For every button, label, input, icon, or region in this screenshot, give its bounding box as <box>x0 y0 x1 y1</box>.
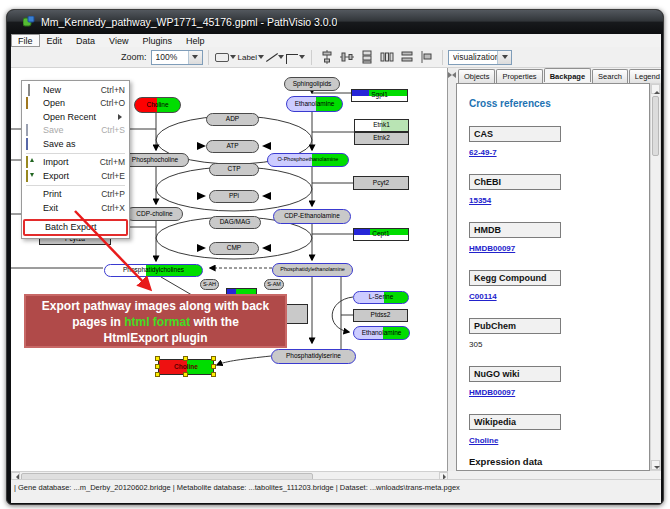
selection-handle[interactable] <box>211 364 216 369</box>
node-phosphocholine[interactable]: Phosphocholine <box>121 153 189 167</box>
panel-splitter[interactable] <box>448 68 456 471</box>
visualization-combo[interactable]: visualization <box>448 50 512 65</box>
menu-item-save-as[interactable]: Save as <box>23 137 128 151</box>
section-header-hmdb: HMDB <box>469 222 561 238</box>
menu-view[interactable]: View <box>102 34 135 47</box>
tab-legend[interactable]: Legend <box>629 69 661 83</box>
align-center-horizontal-button[interactable] <box>318 49 336 66</box>
node-phosphatidylethanolamine[interactable]: Phosphatidylethanolamine <box>272 263 353 277</box>
selection-handle[interactable] <box>211 356 216 361</box>
selection-handle[interactable] <box>211 372 216 377</box>
menu-item-import[interactable]: ImportCtrl+M <box>23 156 128 170</box>
menu-item-exit[interactable]: ExitCtrl+X <box>23 201 128 215</box>
tab-properties[interactable]: Properties <box>496 69 542 83</box>
menu-item-print[interactable]: PrintCtrl+P <box>23 188 128 202</box>
zoom-combo[interactable]: 100% <box>151 50 203 65</box>
tab-objects[interactable]: Objects <box>458 69 495 83</box>
distribute-horizontal-button[interactable] <box>398 49 416 66</box>
section-header-pubchem: PubChem <box>469 318 561 334</box>
line-tool-button[interactable] <box>266 49 284 66</box>
menu-separator <box>26 153 125 154</box>
gene-product-tool-button[interactable] <box>215 49 236 66</box>
pathvisio-logo-icon <box>23 16 35 28</box>
menu-data[interactable]: Data <box>69 34 102 47</box>
side-panel-tabs: Objects Properties Backpage Search Legen… <box>458 69 661 83</box>
status-text: | Gene database: ...m_Derby_20120602.bri… <box>14 483 460 492</box>
node-ctp[interactable]: CTP <box>209 163 259 176</box>
node-phosphatidylserine[interactable]: Phosphatidylserine <box>271 349 356 364</box>
node-ppi[interactable]: PPi <box>209 190 259 203</box>
chevron-down-icon <box>258 55 264 62</box>
menu-bar: File Edit Data View Plugins Help <box>11 34 661 48</box>
pathvisio-app: Mm_Kennedy_pathway_WP1771_45176.gpml - P… <box>0 0 670 509</box>
panel-vertical-scrollbar[interactable] <box>650 83 661 471</box>
file-menu-popup: NewCtrl+N OpenCtrl+O Open Recent SaveCtr… <box>21 80 130 239</box>
menu-item-new[interactable]: NewCtrl+N <box>23 83 128 97</box>
link-wikipedia[interactable]: Choline <box>469 436 649 445</box>
node-choline-top[interactable]: Choline <box>134 97 181 113</box>
distribute-vertical-button[interactable] <box>418 49 436 66</box>
tab-search[interactable]: Search <box>592 69 628 83</box>
gene-box-icon <box>215 53 229 62</box>
node-cept1[interactable]: Cept1 <box>353 228 409 241</box>
selection-handle[interactable] <box>155 364 160 369</box>
scrollbar-thumb[interactable] <box>652 96 659 156</box>
link-chebi[interactable]: 15354 <box>469 196 649 205</box>
node-sphingolipids[interactable]: Sphingolipids <box>284 77 340 91</box>
menu-help[interactable]: Help <box>179 34 212 47</box>
value-pubchem: 305 <box>469 340 649 349</box>
node-dag-mag[interactable]: DAG/MAG <box>209 216 261 229</box>
align-center-vertical-button[interactable] <box>338 49 356 66</box>
menu-item-open-recent[interactable]: Open Recent <box>23 110 128 124</box>
node-o-phosphoethanolamine[interactable]: O-Phosphoethanolamine <box>267 153 349 167</box>
node-atp[interactable]: ATP <box>206 140 259 153</box>
menu-file[interactable]: File <box>11 34 40 47</box>
node-ptdss2[interactable]: Ptdss2 <box>353 309 408 322</box>
title-bar[interactable]: Mm_Kennedy_pathway_WP1771_45176.gpml - P… <box>7 10 663 34</box>
node-cdp-choline[interactable]: CDP-choline <box>126 207 183 221</box>
node-etnk2[interactable]: Etnk2 <box>354 132 409 145</box>
link-hmdb[interactable]: HMDB00097 <box>469 244 649 253</box>
menu-plugins[interactable]: Plugins <box>135 34 179 47</box>
selection-handle[interactable] <box>183 372 188 377</box>
node-adp[interactable]: ADP <box>206 113 259 126</box>
selection-handle[interactable] <box>155 356 160 361</box>
link-cas[interactable]: 62-49-7 <box>469 148 649 157</box>
label-tool-button[interactable]: Label <box>238 49 265 66</box>
node-phosphatidylcholines[interactable]: Phosphatidylcholines <box>104 264 203 277</box>
tab-backpage[interactable]: Backpage <box>544 68 591 82</box>
menu-item-export[interactable]: ExportCtrl+E <box>23 169 128 183</box>
visualization-combo-button[interactable] <box>497 51 511 64</box>
node-l-serine[interactable]: L-Serine <box>353 291 409 304</box>
zoom-combo-button[interactable] <box>188 51 202 64</box>
node-gene-box-partial[interactable] <box>286 304 308 324</box>
menu-edit[interactable]: Edit <box>40 34 70 47</box>
stack-vertical-icon <box>360 50 374 64</box>
node-cdp-ethanolamine[interactable]: CDP-Ethanolamine <box>273 209 351 224</box>
menu-item-save: SaveCtrl+S <box>23 124 128 138</box>
node-s-am[interactable]: S-AM <box>264 279 284 290</box>
node-s-ah[interactable]: S-AH <box>200 279 219 290</box>
align-center-vertical-icon <box>340 50 354 64</box>
node-pcyt2[interactable]: Pcyt2 <box>353 176 409 190</box>
annotation-callout: Export pathway images along with back pa… <box>24 294 287 348</box>
annotation-line3: HtmlExport plugin <box>26 330 285 346</box>
stack-horizontal-button[interactable] <box>378 49 396 66</box>
selection-handle[interactable] <box>155 372 160 377</box>
scroll-up-button[interactable] <box>651 84 660 94</box>
zoom-value: 100% <box>156 52 188 62</box>
node-etnk1[interactable]: Etnk1 <box>354 119 409 132</box>
link-nugo[interactable]: HMDB00097 <box>469 388 649 397</box>
connector-tool-button[interactable] <box>286 49 305 66</box>
node-ethanolamine-bottom[interactable]: Ethanolamine <box>353 326 410 340</box>
selection-handle[interactable] <box>183 356 188 361</box>
node-sgpl1[interactable]: Sgpl1 <box>351 89 408 102</box>
menu-item-open[interactable]: OpenCtrl+O <box>23 97 128 111</box>
menu-item-batch-export[interactable]: Batch Export <box>25 221 126 235</box>
node-ethanolamine-top[interactable]: Ethanolamine <box>286 96 343 112</box>
scroll-down-button[interactable] <box>651 460 660 470</box>
toolbar: Zoom: 100% Label <box>11 47 661 68</box>
stack-vertical-button[interactable] <box>358 49 376 66</box>
link-kegg[interactable]: C00114 <box>469 292 649 301</box>
node-cmp[interactable]: CMP <box>209 242 259 255</box>
